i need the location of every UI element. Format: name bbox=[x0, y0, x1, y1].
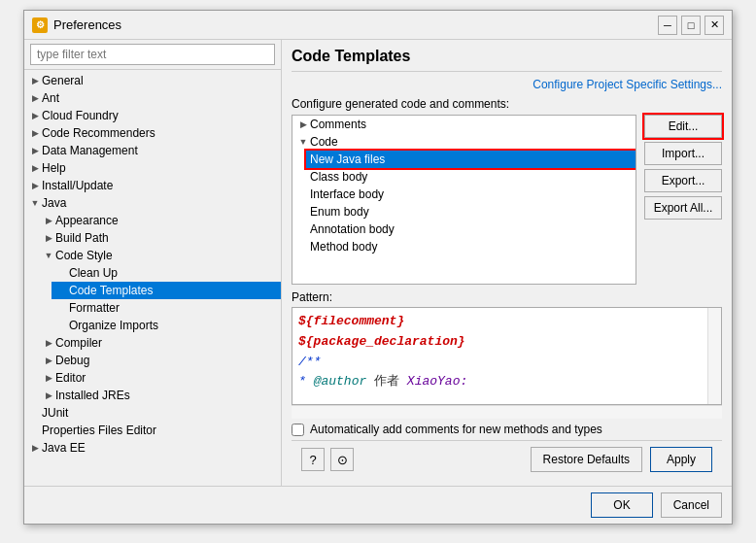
tmpl-item-code[interactable]: ▼ Code bbox=[292, 133, 636, 151]
tree-label: Cloud Foundry bbox=[42, 109, 277, 122]
tree-item-install-update[interactable]: ▶ Install/Update bbox=[24, 177, 281, 194]
help-button[interactable]: ? bbox=[301, 448, 325, 471]
tree-item-formatter[interactable]: Formatter bbox=[52, 299, 281, 317]
tree-label: Help bbox=[42, 161, 277, 175]
tree-label: Code Style bbox=[55, 249, 277, 262]
tree-item-clean-up[interactable]: Clean Up bbox=[52, 264, 281, 282]
tree-item-appearance[interactable]: ▶ Appearance bbox=[38, 212, 281, 229]
restore-defaults-button[interactable]: Restore Defaults bbox=[531, 447, 642, 472]
tmpl-label: Enum body bbox=[310, 205, 369, 219]
tree-item-help[interactable]: ▶ Help bbox=[24, 159, 281, 177]
tmpl-label: Annotation body bbox=[310, 222, 395, 236]
tree-item-java[interactable]: ▼ Java bbox=[24, 194, 281, 212]
tree-item-code-templates[interactable]: Code Templates bbox=[52, 282, 281, 299]
tmpl-item-method-body[interactable]: Method body bbox=[306, 238, 636, 255]
tmpl-item-comments[interactable]: ▶ Comments bbox=[292, 116, 636, 133]
pattern-line-1: ${filecomment} bbox=[298, 312, 702, 332]
expand-icon: ▶ bbox=[28, 93, 42, 103]
expand-icon: ▶ bbox=[28, 146, 42, 155]
horiz-scrollbar[interactable] bbox=[292, 405, 722, 419]
export-all-button[interactable]: Export All... bbox=[644, 196, 722, 220]
expand-icon: ▶ bbox=[28, 76, 42, 85]
expand-icon: ▶ bbox=[42, 356, 55, 365]
expand-icon: ▶ bbox=[42, 390, 55, 400]
configure-project-link[interactable]: Configure Project Specific Settings... bbox=[533, 78, 722, 91]
tmpl-label: Interface body bbox=[310, 187, 384, 201]
tree-item-data-management[interactable]: ▶ Data Management bbox=[24, 142, 281, 159]
tree-item-ant[interactable]: ▶ Ant bbox=[24, 89, 281, 107]
dialog-body: ▶ General ▶ Ant ▶ Cloud Foundry ▶ Code R… bbox=[24, 40, 732, 486]
tree-item-compiler[interactable]: ▶ Compiler bbox=[38, 334, 281, 352]
filter-input[interactable] bbox=[30, 44, 275, 65]
tmpl-item-class-body[interactable]: Class body bbox=[306, 168, 636, 186]
edit-button[interactable]: Edit... bbox=[644, 115, 722, 138]
tree-item-editor[interactable]: ▶ Editor bbox=[38, 369, 281, 387]
maximize-button[interactable]: □ bbox=[681, 16, 701, 35]
pattern-scrollbar[interactable] bbox=[707, 308, 721, 404]
tree-item-cloud-foundry[interactable]: ▶ Cloud Foundry bbox=[24, 107, 281, 124]
tmpl-label: Comments bbox=[310, 118, 366, 131]
tree-item-build-path[interactable]: ▶ Build Path bbox=[38, 229, 281, 247]
configure-desc: Configure generated code and comments: bbox=[292, 97, 722, 111]
minimize-button[interactable]: ─ bbox=[658, 16, 677, 35]
tmpl-item-new-java-files[interactable]: New Java files bbox=[306, 151, 636, 168]
tree-label: Compiler bbox=[55, 336, 277, 350]
expand-icon: ▶ bbox=[28, 111, 42, 120]
right-panel: Code Templates Configure Project Specifi… bbox=[282, 40, 732, 486]
pattern-line-2: ${package_declaration} bbox=[298, 332, 702, 353]
tree-label: Debug bbox=[55, 354, 277, 367]
tree-item-debug[interactable]: ▶ Debug bbox=[38, 352, 281, 369]
tree-label: Properties Files Editor bbox=[42, 424, 277, 437]
expand-icon: ▶ bbox=[28, 163, 42, 173]
tree-label: Build Path bbox=[55, 231, 277, 245]
expand-icon: ▼ bbox=[42, 251, 55, 260]
close-button[interactable]: ✕ bbox=[704, 16, 724, 35]
tmpl-item-enum-body[interactable]: Enum body bbox=[306, 203, 636, 221]
auto-comment-checkbox-row: Automatically add comments for new metho… bbox=[292, 419, 722, 440]
dialog-icon: ⚙ bbox=[32, 17, 48, 33]
pattern-section: Pattern: ${filecomment} ${package_declar… bbox=[292, 290, 722, 419]
tree-item-organize-imports[interactable]: Organize Imports bbox=[52, 317, 281, 334]
expand-icon: ▶ bbox=[42, 338, 55, 348]
auto-comment-checkbox[interactable] bbox=[292, 424, 304, 436]
tree-item-junit[interactable]: JUnit bbox=[24, 404, 281, 422]
tmpl-item-annotation-body[interactable]: Annotation body bbox=[306, 221, 636, 238]
tmpl-item-interface-body[interactable]: Interface body bbox=[306, 186, 636, 203]
tree-item-code-style[interactable]: ▼ Code Style bbox=[38, 247, 281, 264]
auto-comment-label: Automatically add comments for new metho… bbox=[310, 423, 602, 436]
panel-title: Code Templates bbox=[292, 48, 722, 72]
bottom-left-buttons: ? ⊙ bbox=[301, 448, 354, 471]
expand-icon: ▶ bbox=[28, 128, 42, 138]
tree-item-java-ee[interactable]: ▶ Java EE bbox=[24, 439, 281, 457]
tree-label: General bbox=[42, 74, 277, 87]
tree-item-properties-editor[interactable]: Properties Files Editor bbox=[24, 422, 281, 439]
tree-label: Java EE bbox=[42, 441, 277, 455]
tree-label: JUnit bbox=[42, 406, 277, 420]
tree-label: Install/Update bbox=[42, 179, 277, 192]
import-button[interactable]: Import... bbox=[644, 142, 722, 165]
bottom-right-buttons: Restore Defaults Apply bbox=[531, 447, 712, 472]
expand-icon: ▼ bbox=[296, 137, 310, 147]
tree-item-code-recommenders[interactable]: ▶ Code Recommenders bbox=[24, 124, 281, 142]
pattern-label: Pattern: bbox=[292, 290, 722, 304]
tree-label: Appearance bbox=[55, 214, 277, 227]
cancel-button[interactable]: Cancel bbox=[661, 492, 722, 518]
expand-icon: ▶ bbox=[28, 181, 42, 190]
tree-label: Code Templates bbox=[69, 284, 277, 297]
filter-wrap bbox=[24, 40, 281, 70]
left-panel: ▶ General ▶ Ant ▶ Cloud Foundry ▶ Code R… bbox=[24, 40, 282, 486]
tree-item-installed-jres[interactable]: ▶ Installed JREs bbox=[38, 387, 281, 404]
templates-tree[interactable]: ▶ Comments ▼ Code New Java files Class b… bbox=[292, 115, 636, 285]
link-button[interactable]: ⊙ bbox=[330, 448, 354, 471]
tree-item-general[interactable]: ▶ General bbox=[24, 72, 281, 89]
tmpl-label: New Java files bbox=[310, 153, 385, 166]
pattern-editor[interactable]: ${filecomment} ${package_declaration} /*… bbox=[292, 307, 722, 405]
export-button[interactable]: Export... bbox=[644, 169, 722, 192]
expand-icon: ▼ bbox=[28, 198, 42, 208]
apply-button[interactable]: Apply bbox=[650, 447, 712, 472]
tree-label: Installed JREs bbox=[55, 389, 277, 402]
tree-area: ▶ General ▶ Ant ▶ Cloud Foundry ▶ Code R… bbox=[24, 70, 281, 486]
title-controls: ─ □ ✕ bbox=[658, 16, 724, 35]
ok-button[interactable]: OK bbox=[591, 492, 652, 518]
tree-label: Formatter bbox=[69, 301, 277, 315]
